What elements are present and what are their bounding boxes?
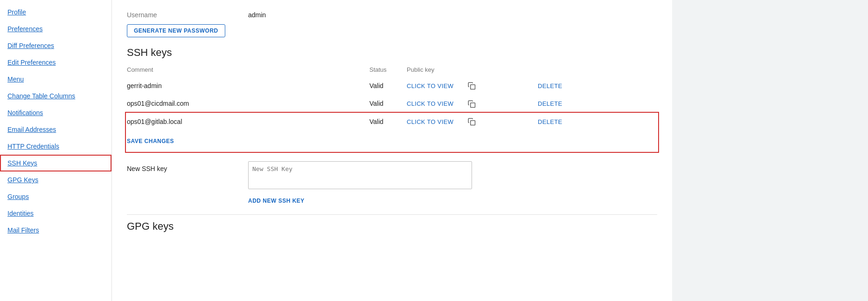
ssh-view-cell[interactable]: CLICK TO VIEW [407, 113, 463, 130]
delete-link[interactable]: DELETE [538, 118, 562, 125]
copy-icon[interactable] [467, 82, 476, 90]
sidebar-item-change-table-columns[interactable]: Change Table Columns [0, 88, 111, 104]
ssh-view-cell[interactable]: CLICK TO VIEW [407, 95, 463, 112]
new-ssh-key-input[interactable] [248, 161, 472, 189]
col-header-actions [463, 64, 538, 77]
ssh-comment-cell: ops01@cicdmail.com [127, 95, 369, 112]
copy-icon[interactable] [467, 100, 476, 108]
right-panel [672, 0, 868, 301]
ssh-copy-cell[interactable] [463, 77, 538, 95]
click-to-view-link[interactable]: CLICK TO VIEW [407, 100, 453, 107]
sidebar-item-notifications[interactable]: Notifications [0, 104, 111, 121]
sidebar: ProfilePreferencesDiff PreferencesEdit P… [0, 0, 112, 301]
ssh-keys-table-wrap: Comment Status Public key gerrit-adminVa… [127, 64, 657, 152]
main-content: Username admin GENERATE NEW PASSWORD SSH… [112, 0, 672, 301]
delete-link[interactable]: DELETE [538, 100, 562, 107]
sidebar-item-email-addresses[interactable]: Email Addresses [0, 121, 111, 138]
delete-link[interactable]: DELETE [538, 82, 562, 89]
table-row: ops01@gitlab.localValidCLICK TO VIEWDELE… [127, 113, 657, 130]
ssh-status-cell: Valid [369, 95, 407, 112]
col-header-pubkey: Public key [407, 64, 463, 77]
sidebar-item-groups[interactable]: Groups [0, 188, 111, 205]
svg-rect-1 [471, 103, 475, 107]
click-to-view-link[interactable]: CLICK TO VIEW [407, 82, 453, 89]
generate-password-button[interactable]: GENERATE NEW PASSWORD [127, 24, 225, 37]
new-ssh-key-label: New SSH key [127, 161, 248, 172]
ssh-keys-table: Comment Status Public key gerrit-adminVa… [127, 64, 657, 152]
sidebar-item-gpg-keys[interactable]: GPG Keys [0, 171, 111, 188]
ssh-copy-cell[interactable] [463, 95, 538, 112]
sidebar-item-profile[interactable]: Profile [0, 4, 111, 21]
username-row: Username admin [127, 11, 657, 19]
col-header-comment: Comment [127, 64, 369, 77]
ssh-status-cell: Valid [369, 77, 407, 95]
sidebar-item-identities[interactable]: Identities [0, 205, 111, 222]
save-changes-cell: SAVE CHANGES [127, 130, 657, 152]
save-changes-row: SAVE CHANGES [127, 130, 657, 152]
new-ssh-key-section: New SSH key [127, 161, 657, 189]
ssh-delete-cell[interactable]: DELETE [538, 113, 657, 130]
add-new-ssh-key-button[interactable]: ADD NEW SSH KEY [248, 193, 305, 209]
ssh-comment-cell: gerrit-admin [127, 77, 369, 95]
copy-icon[interactable] [467, 117, 476, 126]
table-row: ops01@cicdmail.comValidCLICK TO VIEWDELE… [127, 95, 657, 112]
sidebar-item-menu[interactable]: Menu [0, 71, 111, 88]
section-divider [127, 214, 657, 215]
ssh-keys-title: SSH keys [127, 47, 657, 59]
sidebar-item-preferences[interactable]: Preferences [0, 21, 111, 37]
svg-rect-0 [471, 85, 475, 89]
sidebar-item-mail-filters[interactable]: Mail Filters [0, 222, 111, 239]
ssh-status-cell: Valid [369, 113, 407, 130]
ssh-view-cell[interactable]: CLICK TO VIEW [407, 77, 463, 95]
ssh-copy-cell[interactable] [463, 113, 538, 130]
save-changes-button[interactable]: SAVE CHANGES [127, 135, 174, 147]
click-to-view-link[interactable]: CLICK TO VIEW [407, 118, 453, 125]
username-label: Username [127, 11, 248, 19]
ssh-delete-cell[interactable]: DELETE [538, 95, 657, 112]
gpg-keys-title: GPG keys [127, 220, 657, 233]
sidebar-item-edit-preferences[interactable]: Edit Preferences [0, 54, 111, 71]
ssh-comment-cell: ops01@gitlab.local [127, 113, 369, 130]
svg-rect-2 [471, 121, 475, 125]
username-value: admin [248, 11, 266, 19]
table-row: gerrit-adminValidCLICK TO VIEWDELETE [127, 77, 657, 95]
ssh-delete-cell[interactable]: DELETE [538, 77, 657, 95]
col-header-status: Status [369, 64, 407, 77]
sidebar-item-http-credentials[interactable]: HTTP Credentials [0, 138, 111, 155]
sidebar-item-diff-preferences[interactable]: Diff Preferences [0, 37, 111, 54]
sidebar-item-ssh-keys[interactable]: SSH Keys [0, 155, 111, 171]
